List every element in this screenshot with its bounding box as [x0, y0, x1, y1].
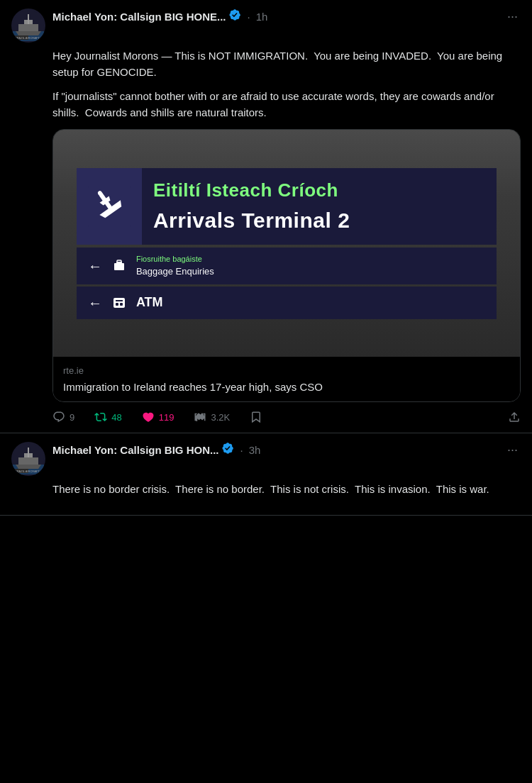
retweet-icon: [94, 411, 107, 423]
main-arrivals-sign: Eitiltí Isteach Críoch Arrivals Terminal…: [77, 168, 497, 245]
atm-sign: ← ATM: [77, 287, 497, 319]
plane-icon: [88, 185, 131, 228]
svg-rect-14: [114, 263, 124, 270]
baggage-text: Fiosruithe bagáiste Baggage Enquiries: [136, 253, 214, 279]
tweet-1-link-card[interactable]: Eitiltí Isteach Críoch Arrivals Terminal…: [52, 129, 521, 402]
tweet-2-dot: ·: [240, 444, 243, 456]
tweet-1: BRAZIL AIRCRAFT Michael Yon: Callsign BI…: [0, 0, 532, 433]
tweet-1-views-action[interactable]: 3.2K: [194, 411, 230, 425]
svg-rect-18: [113, 298, 125, 308]
tweet-1-like-count: 119: [159, 411, 174, 425]
sign-text-area: Eitiltí Isteach Críoch Arrivals Terminal…: [142, 168, 497, 245]
baggage-english-text: Baggage Enquiries: [136, 265, 214, 279]
airport-sign-scene: Eitiltí Isteach Críoch Arrivals Terminal…: [53, 130, 520, 357]
tweet-2-more-button[interactable]: ···: [504, 443, 521, 457]
tweet-1-retweet-action[interactable]: 48: [94, 411, 121, 425]
svg-rect-19: [116, 300, 123, 301]
baggage-sign: ← Fiosruithe bagáiste Baggage Enquiri: [77, 248, 497, 284]
bookmark-icon: [250, 411, 262, 423]
tweet-1-share-action[interactable]: [508, 411, 521, 423]
tweet-2-text: There is no border crisis. There is no b…: [52, 482, 521, 498]
views-icon: [194, 411, 206, 423]
svg-rect-5: [28, 14, 29, 24]
tweet-1-link-source: rte.ie: [63, 364, 510, 378]
tweet-2-meta: Michael Yon: Callsign BIG HON... · 3h ··…: [52, 442, 521, 457]
tweet-1-verified-badge: [228, 9, 241, 24]
tweet-2-name-row: Michael Yon: Callsign BIG HON... · 3h ··…: [52, 442, 521, 457]
avatar-1[interactable]: BRAZIL AIRCRAFT: [11, 9, 45, 43]
share-icon: [508, 411, 521, 423]
tweet-2: BRAZIL AIRCRAFT Michael Yon: Callsign BI…: [0, 433, 532, 516]
atm-arrow: ←: [88, 292, 102, 313]
tweet-1-bookmark-action[interactable]: [250, 411, 262, 423]
svg-marker-2: [16, 31, 41, 35]
tweet-2-verified-badge: [221, 442, 234, 457]
tweet-2-body: There is no border crisis. There is no b…: [52, 482, 521, 498]
tweet-2-author[interactable]: Michael Yon: Callsign BIG HON...: [52, 444, 218, 456]
tweet-1-link-title: Immigration to Ireland reaches 17-year h…: [63, 379, 510, 394]
airport-signs: Eitiltí Isteach Críoch Arrivals Terminal…: [77, 168, 497, 319]
tweet-1-author[interactable]: Michael Yon: Callsign BIG HONE...: [52, 11, 226, 23]
svg-rect-21: [120, 303, 123, 306]
atm-text: ATM: [136, 293, 163, 312]
tweet-2-header: BRAZIL AIRCRAFT Michael Yon: Callsign BI…: [11, 442, 521, 476]
svg-rect-27: [28, 448, 29, 457]
tweet-1-meta: Michael Yon: Callsign BIG HONE... · 1h ·…: [52, 9, 521, 24]
irish-sign-text: Eitiltí Isteach Críoch: [153, 177, 485, 204]
tweet-1-card-image: Eitiltí Isteach Críoch Arrivals Terminal…: [53, 130, 520, 357]
svg-marker-24: [16, 465, 41, 469]
tweet-1-header: BRAZIL AIRCRAFT Michael Yon: Callsign BI…: [11, 9, 521, 43]
svg-rect-20: [116, 303, 118, 306]
tweet-1-views-count: 3.2K: [211, 411, 230, 425]
baggage-irish-text: Fiosruithe bagáiste: [136, 253, 214, 265]
like-icon: [142, 411, 155, 423]
tweet-1-name-row: Michael Yon: Callsign BIG HONE... · 1h ·…: [52, 9, 521, 24]
tweet-1-retweet-count: 48: [111, 411, 121, 425]
avatar-2[interactable]: BRAZIL AIRCRAFT: [11, 442, 45, 476]
tweet-1-time: ·: [247, 11, 250, 23]
tweet-1-comment-count: 9: [70, 411, 74, 425]
sign-plane-icon-box: [77, 168, 142, 245]
tweet-2-timestamp: 3h: [249, 444, 261, 456]
svg-rect-25: [18, 457, 38, 465]
tweet-1-comment-action[interactable]: 9: [52, 411, 74, 425]
tweet-1-card-meta: rte.ie Immigration to Ireland reaches 17…: [53, 357, 520, 401]
svg-text:BRAZIL AIRCRAFT: BRAZIL AIRCRAFT: [15, 36, 40, 40]
svg-text:BRAZIL AIRCRAFT: BRAZIL AIRCRAFT: [15, 470, 40, 473]
svg-rect-16: [117, 260, 121, 262]
tweet-1-like-action[interactable]: 119: [142, 411, 174, 425]
svg-rect-3: [18, 24, 38, 31]
tweet-1-body: Hey Journalist Morons — This is NOT IMMI…: [52, 48, 521, 424]
tweet-1-text-1: Hey Journalist Morons — This is NOT IMMI…: [52, 48, 521, 80]
tweet-1-actions: 9 48 119 3.2K: [52, 411, 521, 425]
tweet-1-text-2: If "journalists" cannot bother with or a…: [52, 89, 521, 121]
sub-signs: ← Fiosruithe bagáiste Baggage Enquiri: [77, 248, 497, 319]
english-sign-text: Arrivals Terminal 2: [153, 204, 485, 236]
tweet-1-more-button[interactable]: ···: [504, 9, 521, 24]
tweet-1-timestamp: 1h: [256, 11, 268, 23]
baggage-icon: [111, 257, 128, 274]
atm-icon: [111, 294, 128, 311]
baggage-arrow: ←: [88, 255, 102, 277]
comment-icon: [52, 411, 65, 423]
